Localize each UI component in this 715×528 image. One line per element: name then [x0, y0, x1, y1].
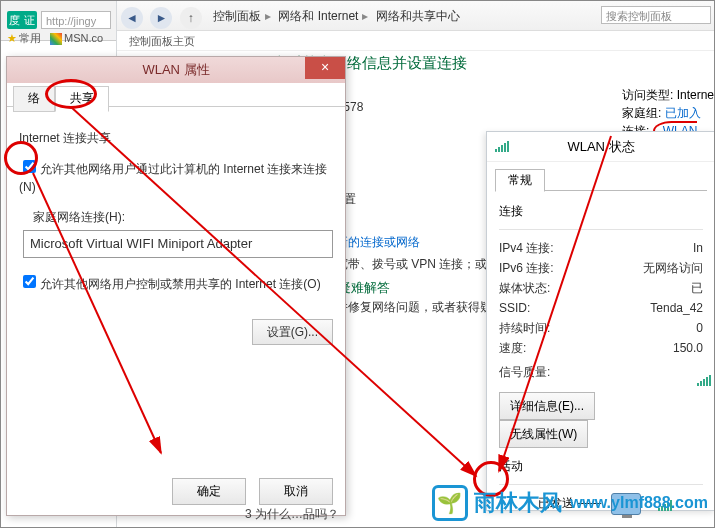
tab-general[interactable]: 常规 — [495, 169, 545, 192]
chevron-right-icon: ▸ — [265, 9, 271, 23]
speed-val: 150.0 — [673, 338, 703, 358]
conn-section-label: 连接 — [499, 201, 703, 221]
tab-network[interactable]: 络 — [13, 86, 55, 112]
brand-leaf-icon: 🌱 — [432, 485, 468, 521]
msn-label[interactable]: MSN.co — [64, 32, 103, 44]
settings-button[interactable]: 设置(G)... — [252, 319, 333, 345]
homegroup-link[interactable]: 已加入 — [665, 106, 701, 120]
back-icon[interactable]: ◄ — [121, 7, 143, 29]
wireless-properties-button[interactable]: 无线属性(W) — [499, 420, 588, 448]
dialog-title: WLAN 属性 × — [7, 57, 345, 83]
ics-section-label: Internet 连接共享 — [19, 129, 333, 147]
fav-label[interactable]: 常用 — [19, 32, 41, 44]
home-network-label: 家庭网络连接(H): — [33, 208, 333, 226]
speed-key: 速度: — [499, 338, 526, 358]
media-val: 已 — [691, 278, 703, 298]
access-type-val: Internet — [677, 88, 715, 102]
url-input[interactable]: http://jingy — [41, 11, 111, 29]
up-icon[interactable]: ↑ — [180, 7, 202, 29]
homegroup-key: 家庭组: — [622, 106, 661, 120]
wlan-status-window: WLAN 状态 常规 连接 IPv4 连接:In IPv6 连接:无网络访问 媒… — [486, 131, 715, 511]
ssid-key: SSID: — [499, 298, 530, 318]
forward-icon[interactable]: ► — [150, 7, 172, 29]
site-badge: 度 证 — [7, 11, 37, 29]
search-input[interactable]: 搜索控制面板 — [601, 6, 711, 24]
ipv6-val: 无网络访问 — [643, 258, 703, 278]
signal-icon — [495, 142, 509, 152]
dialog-buttons: 确定 取消 — [162, 478, 333, 505]
allow-share-label: 允许其他网络用户通过此计算机的 Internet 连接来连接(N) — [19, 162, 327, 194]
cancel-button[interactable]: 取消 — [259, 478, 333, 505]
ssid-val: Tenda_42 — [650, 298, 703, 318]
cp-toolbar: ◄ ► ↑ 控制面板▸ 网络和 Internet▸ 网络和共享中心 搜索控制面板 — [117, 1, 715, 31]
access-type-key: 访问类型: — [622, 88, 673, 102]
close-icon[interactable]: × — [305, 57, 345, 79]
allow-control-checkbox[interactable] — [23, 275, 36, 288]
bookmarks-bar: ★常用 MSN.co — [7, 31, 103, 46]
msn-icon — [50, 33, 62, 45]
duration-val: 0 — [696, 318, 703, 338]
ok-button[interactable]: 确定 — [172, 478, 246, 505]
cp-sublink[interactable]: 控制面板主页 — [117, 31, 715, 51]
brand-url: www.ylmf888.com — [570, 494, 708, 512]
dialog-tabs: 络 共享 — [7, 83, 345, 107]
wlan-tabs: 常规 — [495, 168, 707, 190]
wlan-properties-dialog: WLAN 属性 × 络 共享 Internet 连接共享 允许其他网络用户通过此… — [6, 56, 346, 516]
wlan-status-title: WLAN 状态 — [487, 132, 715, 162]
ipv4-key: IPv4 连接: — [499, 238, 554, 258]
signal-quality-key: 信号质量: — [499, 362, 550, 382]
wlan-body: 连接 IPv4 连接:In IPv6 连接:无网络访问 媒体状态:已 SSID:… — [487, 191, 715, 525]
tab-sharing[interactable]: 共享 — [55, 86, 109, 112]
activity-label: 活动 — [499, 456, 703, 476]
duration-key: 持续时间: — [499, 318, 550, 338]
footer-question: 3 为什么…品吗？ — [245, 506, 339, 523]
signal-icon — [697, 376, 711, 386]
breadcrumb[interactable]: 控制面板▸ 网络和 Internet▸ 网络和共享中心 — [213, 1, 460, 31]
chevron-right-icon: ▸ — [362, 9, 368, 23]
star-icon: ★ — [7, 32, 17, 44]
allow-share-checkbox[interactable] — [23, 160, 36, 173]
adapter-select[interactable]: Microsoft Virtual WIFI Miniport Adapter — [23, 230, 333, 258]
media-key: 媒体状态: — [499, 278, 550, 298]
brand-watermark: 🌱 雨林木风 www.ylmf888.com — [432, 485, 708, 521]
ipv4-val: In — [693, 238, 703, 258]
allow-control-label: 允许其他网络用户控制或禁用共享的 Internet 连接(O) — [40, 277, 321, 291]
brand-cn: 雨林木风 — [474, 488, 562, 518]
details-button[interactable]: 详细信息(E)... — [499, 392, 595, 420]
ipv6-key: IPv6 连接: — [499, 258, 554, 278]
dialog-body: Internet 连接共享 允许其他网络用户通过此计算机的 Internet 连… — [7, 107, 345, 307]
